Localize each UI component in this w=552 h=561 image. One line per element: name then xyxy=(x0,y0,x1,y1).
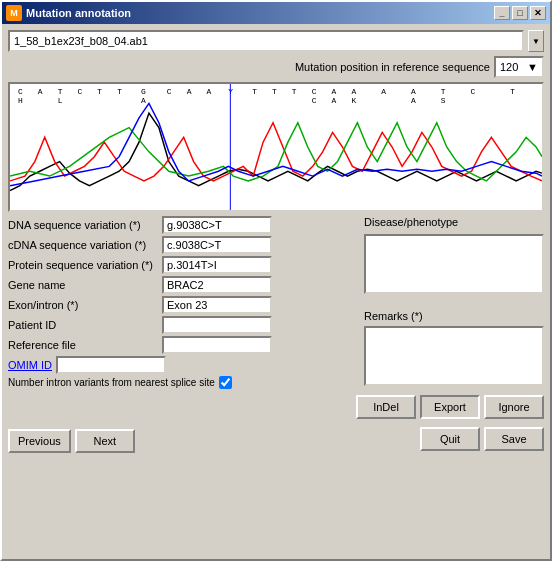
svg-text:T: T xyxy=(58,87,63,96)
exon-label: Exon/intron (*) xyxy=(8,299,158,311)
svg-text:C: C xyxy=(471,87,476,96)
svg-text:A: A xyxy=(187,87,192,96)
omim-link[interactable]: OMIM ID xyxy=(8,359,52,371)
cdna-row: cDNA sequence variation (*) xyxy=(8,236,356,254)
svg-text:A: A xyxy=(381,87,386,96)
omim-row: OMIM ID xyxy=(8,356,356,374)
app-icon: M xyxy=(6,5,22,21)
close-button[interactable]: ✕ xyxy=(530,6,546,20)
disease-textarea[interactable] xyxy=(364,234,544,294)
chromatogram-svg: C A T C T T G C A A Y T T T C A A A A T xyxy=(10,84,542,210)
title-buttons: _ □ ✕ xyxy=(494,6,546,20)
svg-text:T: T xyxy=(252,87,257,96)
svg-text:A: A xyxy=(332,87,337,96)
action-buttons: InDel Export Ignore xyxy=(8,395,544,419)
svg-text:C: C xyxy=(167,87,172,96)
file-dropdown-row: 1_58_b1ex23f_b08_04.ab1 ▼ xyxy=(8,30,544,52)
svg-text:A: A xyxy=(141,96,146,105)
chromatogram-display: C A T C T T G C A A Y T T T C A A A A T xyxy=(8,82,544,212)
remarks-textarea[interactable] xyxy=(364,326,544,386)
minimize-button[interactable]: _ xyxy=(494,6,510,20)
svg-text:A: A xyxy=(38,87,43,96)
omim-input[interactable] xyxy=(56,356,166,374)
save-quit-buttons: Quit Save xyxy=(420,427,544,451)
title-bar: M Mutation annotation _ □ ✕ xyxy=(2,2,550,24)
svg-text:T: T xyxy=(441,87,446,96)
svg-text:A: A xyxy=(351,87,356,96)
mutation-position-value: 120 xyxy=(500,61,518,73)
svg-text:T: T xyxy=(510,87,515,96)
file-dropdown[interactable]: 1_58_b1ex23f_b08_04.ab1 xyxy=(8,30,524,52)
form-right: Disease/phenotype Remarks (*) xyxy=(364,216,544,389)
file-dropdown-value: 1_58_b1ex23f_b08_04.ab1 xyxy=(14,35,148,47)
svg-text:C: C xyxy=(77,87,82,96)
svg-text:Y: Y xyxy=(228,87,233,96)
intron-checkbox-row: Number intron variants from nearest spli… xyxy=(8,376,356,389)
svg-text:C: C xyxy=(312,96,317,105)
ignore-button[interactable]: Ignore xyxy=(484,395,544,419)
svg-text:T: T xyxy=(97,87,102,96)
nav-buttons: Previous Next xyxy=(8,429,135,453)
title-bar-left: M Mutation annotation xyxy=(6,5,131,21)
cdna-label: cDNA sequence variation (*) xyxy=(8,239,158,251)
dna-row: DNA sequence variation (*) xyxy=(8,216,356,234)
mutation-position-dropdown[interactable]: 120 ▼ xyxy=(494,56,544,78)
protein-input[interactable] xyxy=(162,256,272,274)
svg-text:A: A xyxy=(207,87,212,96)
intron-label: Number intron variants from nearest spli… xyxy=(8,377,215,388)
mutation-position-row: Mutation position in reference sequence … xyxy=(8,56,544,78)
protein-row: Protein sequence variation (*) xyxy=(8,256,356,274)
patient-input[interactable] xyxy=(162,316,272,334)
dna-input[interactable] xyxy=(162,216,272,234)
gene-input[interactable] xyxy=(162,276,272,294)
mutation-position-label: Mutation position in reference sequence xyxy=(295,61,490,73)
disease-label: Disease/phenotype xyxy=(364,216,544,228)
export-button[interactable]: Export xyxy=(420,395,480,419)
patient-row: Patient ID xyxy=(8,316,356,334)
form-section: DNA sequence variation (*) cDNA sequence… xyxy=(8,216,544,389)
gene-label: Gene name xyxy=(8,279,158,291)
content-area: 1_58_b1ex23f_b08_04.ab1 ▼ Mutation posit… xyxy=(2,24,550,459)
ref-input[interactable] xyxy=(162,336,272,354)
svg-text:T: T xyxy=(292,87,297,96)
gene-row: Gene name xyxy=(8,276,356,294)
form-left: DNA sequence variation (*) cDNA sequence… xyxy=(8,216,356,389)
window-title: Mutation annotation xyxy=(26,7,131,19)
next-button[interactable]: Next xyxy=(75,429,135,453)
exon-row: Exon/intron (*) xyxy=(8,296,356,314)
svg-text:T: T xyxy=(272,87,277,96)
quit-button[interactable]: Quit xyxy=(420,427,480,451)
save-button[interactable]: Save xyxy=(484,427,544,451)
svg-text:C: C xyxy=(312,87,317,96)
dna-label: DNA sequence variation (*) xyxy=(8,219,158,231)
svg-text:L: L xyxy=(58,96,63,105)
svg-text:A: A xyxy=(332,96,337,105)
maximize-button[interactable]: □ xyxy=(512,6,528,20)
indel-button[interactable]: InDel xyxy=(356,395,416,419)
mutation-position-arrow: ▼ xyxy=(527,61,538,73)
intron-checkbox[interactable] xyxy=(219,376,232,389)
remarks-label: Remarks (*) xyxy=(364,310,544,322)
svg-text:A: A xyxy=(411,96,416,105)
file-dropdown-arrow[interactable]: ▼ xyxy=(528,30,544,52)
main-window: M Mutation annotation _ □ ✕ 1_58_b1ex23f… xyxy=(0,0,552,561)
svg-text:H: H xyxy=(18,96,23,105)
footer-row: Previous Next Quit Save xyxy=(8,425,544,453)
svg-text:T: T xyxy=(117,87,122,96)
svg-text:K: K xyxy=(351,96,356,105)
previous-button[interactable]: Previous xyxy=(8,429,71,453)
cdna-input[interactable] xyxy=(162,236,272,254)
svg-text:S: S xyxy=(441,96,446,105)
svg-text:C: C xyxy=(18,87,23,96)
ref-label: Reference file xyxy=(8,339,158,351)
patient-label: Patient ID xyxy=(8,319,158,331)
svg-text:A: A xyxy=(411,87,416,96)
svg-text:G: G xyxy=(141,87,146,96)
ref-row: Reference file xyxy=(8,336,356,354)
protein-label: Protein sequence variation (*) xyxy=(8,259,158,271)
exon-input[interactable] xyxy=(162,296,272,314)
